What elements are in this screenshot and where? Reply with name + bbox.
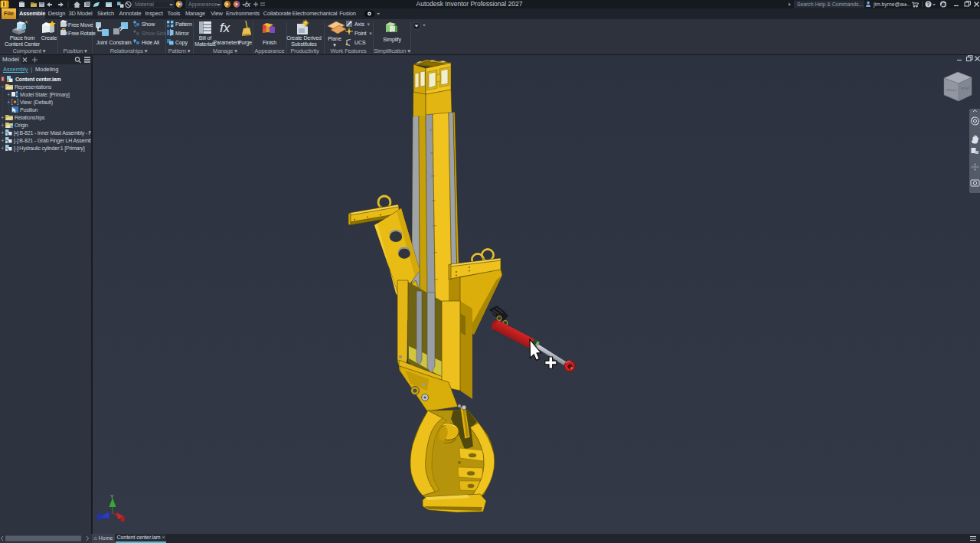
svg-text:Material: Material bbox=[135, 2, 154, 7]
svg-text:fx: fx bbox=[220, 21, 230, 35]
svg-text:?: ? bbox=[926, 2, 929, 7]
svg-text:Autodesk Inventor Professional: Autodesk Inventor Professional 2027 bbox=[416, 0, 523, 8]
svg-text:Y: Y bbox=[110, 494, 114, 499]
svg-text:jim.byrne@au...: jim.byrne@au... bbox=[873, 2, 910, 8]
svg-text:RIGHT: RIGHT bbox=[961, 86, 971, 90]
svg-text:Search Help & Commands...: Search Help & Commands... bbox=[797, 2, 863, 8]
svg-text:Appearance: Appearance bbox=[188, 2, 217, 8]
svg-text:FRONT: FRONT bbox=[946, 88, 957, 92]
svg-text:fx: fx bbox=[245, 1, 251, 8]
